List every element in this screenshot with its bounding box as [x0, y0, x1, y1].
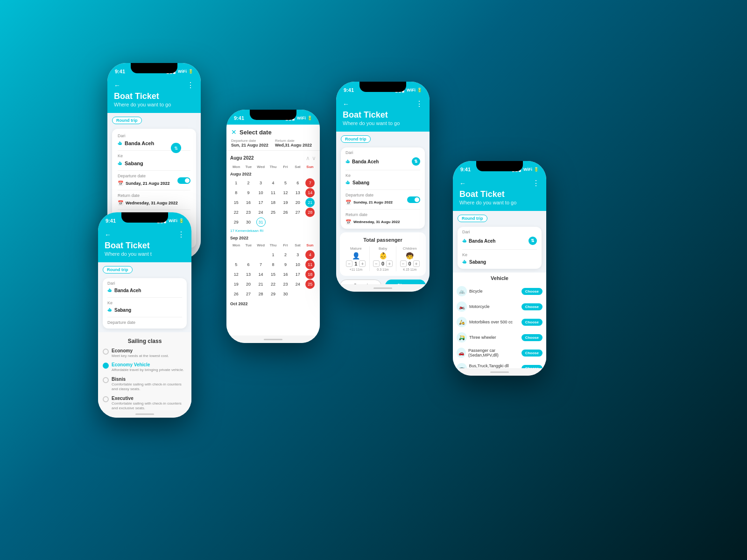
- more-button-3[interactable]: ⋮: [416, 99, 423, 108]
- aug-d8[interactable]: 8: [232, 188, 241, 197]
- aug-d30[interactable]: 30: [244, 217, 253, 227]
- sep-d3[interactable]: 3: [293, 250, 303, 259]
- aug-d22[interactable]: 22: [232, 208, 241, 217]
- passenger-car-choose-btn[interactable]: Choose: [521, 350, 543, 357]
- aug-d10[interactable]: 10: [256, 188, 266, 197]
- sep-d17[interactable]: 17: [293, 270, 303, 279]
- pax-mature-dec[interactable]: −: [346, 260, 352, 267]
- aug-d14[interactable]: 14: [305, 188, 315, 197]
- aug-d9[interactable]: 9: [244, 188, 253, 197]
- aug-d25[interactable]: 25: [268, 208, 278, 217]
- sep-d2[interactable]: 2: [281, 250, 290, 259]
- sep-d24[interactable]: 24: [293, 280, 303, 289]
- radio-bisnis[interactable]: [103, 377, 109, 383]
- cal-close-btn[interactable]: ✕: [231, 128, 237, 136]
- sep-d15[interactable]: 15: [268, 270, 278, 279]
- motorcycle-choose-btn[interactable]: Choose: [521, 303, 543, 310]
- toggle-switch[interactable]: [177, 177, 190, 184]
- sep-d4[interactable]: 4: [305, 250, 315, 259]
- radio-economy[interactable]: [103, 349, 109, 355]
- cal-prev[interactable]: ∧: [306, 155, 310, 161]
- pax-children-inc[interactable]: +: [413, 260, 420, 267]
- more-button-4[interactable]: ⋮: [177, 230, 185, 239]
- radio-executive[interactable]: [103, 396, 109, 402]
- three-wheeler-choose-btn[interactable]: Choose: [521, 334, 543, 341]
- pax-baby-inc[interactable]: +: [386, 260, 393, 267]
- more-button-1[interactable]: ⋮: [187, 81, 194, 90]
- round-trip-badge-4[interactable]: Round trip: [103, 266, 133, 273]
- back-button-5[interactable]: ←: [459, 180, 466, 187]
- sep-d9[interactable]: 9: [281, 260, 290, 269]
- sep-d6[interactable]: 6: [244, 260, 253, 269]
- aug-d3[interactable]: 3: [256, 178, 266, 188]
- cal-submonth-aug: Augu 2022: [230, 172, 316, 176]
- aug-d13[interactable]: 13: [293, 188, 303, 197]
- sep-d25[interactable]: 25: [305, 280, 315, 289]
- sep-d27[interactable]: 27: [244, 289, 253, 299]
- aug-d31[interactable]: 31: [256, 217, 266, 227]
- pax-children-dec[interactable]: −: [400, 260, 407, 267]
- aug-d16[interactable]: 16: [244, 198, 253, 207]
- aug-d6[interactable]: 6: [293, 178, 303, 188]
- sep-d30[interactable]: 30: [281, 289, 290, 299]
- sep-d10[interactable]: 10: [293, 260, 303, 269]
- back-button-1[interactable]: ←: [114, 82, 120, 89]
- sep-d29[interactable]: 29: [268, 289, 278, 299]
- more-button-5[interactable]: ⋮: [532, 179, 540, 188]
- sep-d16[interactable]: 16: [281, 270, 290, 279]
- swap-button[interactable]: ⇅: [171, 143, 181, 153]
- cancel-button[interactable]: Cancel: [340, 280, 381, 284]
- motorbike-500-choose-btn[interactable]: Choose: [521, 319, 543, 326]
- aug-d24[interactable]: 24: [256, 208, 266, 217]
- aug-d12[interactable]: 12: [281, 188, 290, 197]
- aug-d2[interactable]: 2: [244, 178, 253, 188]
- swap-btn-5[interactable]: ⇅: [529, 237, 537, 245]
- aug-d26[interactable]: 26: [281, 208, 290, 217]
- sep-d7[interactable]: 7: [256, 260, 266, 269]
- aug-d20[interactable]: 20: [293, 198, 303, 207]
- sep-d8[interactable]: 8: [268, 260, 278, 269]
- aug-d29[interactable]: 29: [232, 217, 241, 227]
- back-button-3[interactable]: ←: [343, 100, 349, 108]
- sep-d21[interactable]: 21: [256, 280, 266, 289]
- sep-d26[interactable]: 26: [232, 289, 241, 299]
- sep-d20[interactable]: 20: [244, 280, 253, 289]
- radio-eco-vehicle[interactable]: [103, 363, 109, 369]
- back-button-4[interactable]: ←: [105, 231, 111, 238]
- aug-d7[interactable]: 7: [305, 178, 315, 188]
- sep-d23[interactable]: 23: [281, 280, 290, 289]
- sep-d1[interactable]: 1: [268, 250, 278, 259]
- aug-d1[interactable]: 1: [232, 178, 241, 188]
- aug-d18[interactable]: 18: [268, 198, 278, 207]
- aug-d27[interactable]: 27: [293, 208, 303, 217]
- sep-d28[interactable]: 28: [256, 289, 266, 299]
- pax-mature-inc[interactable]: +: [359, 260, 366, 267]
- pax-baby-dec[interactable]: −: [373, 260, 380, 267]
- round-trip-badge-5[interactable]: Round trip: [458, 215, 487, 222]
- aug-d21[interactable]: 21: [305, 198, 315, 207]
- bus-small-choose-btn[interactable]: Choose: [521, 365, 543, 369]
- sep-d19[interactable]: 19: [232, 280, 241, 289]
- aug-d23[interactable]: 23: [244, 208, 253, 217]
- aug-d4[interactable]: 4: [268, 178, 278, 188]
- round-trip-badge-1[interactable]: Round trip: [112, 117, 142, 124]
- aug-d19[interactable]: 19: [281, 198, 290, 207]
- swap-btn-3[interactable]: ⇅: [412, 157, 420, 166]
- sep-d13[interactable]: 13: [244, 270, 253, 279]
- aug-d11[interactable]: 11: [268, 188, 278, 197]
- sep-d12[interactable]: 12: [232, 270, 241, 279]
- sep-d11[interactable]: 11: [305, 260, 315, 269]
- sep-d14[interactable]: 14: [256, 270, 266, 279]
- aug-d17[interactable]: 17: [256, 198, 266, 207]
- aug-d5[interactable]: 5: [281, 178, 290, 188]
- toggle-3[interactable]: [407, 196, 420, 203]
- sep-d5[interactable]: 5: [232, 260, 241, 269]
- aug-d15[interactable]: 15: [232, 198, 241, 207]
- choose-button[interactable]: Choose: [385, 280, 426, 284]
- sep-d22[interactable]: 22: [268, 280, 278, 289]
- bicycle-choose-btn[interactable]: Choose: [521, 288, 543, 295]
- sep-d18[interactable]: 18: [305, 270, 315, 279]
- aug-d28[interactable]: 28: [305, 208, 315, 217]
- cal-next[interactable]: ∨: [312, 155, 316, 161]
- round-trip-badge-3[interactable]: Round trip: [341, 135, 371, 143]
